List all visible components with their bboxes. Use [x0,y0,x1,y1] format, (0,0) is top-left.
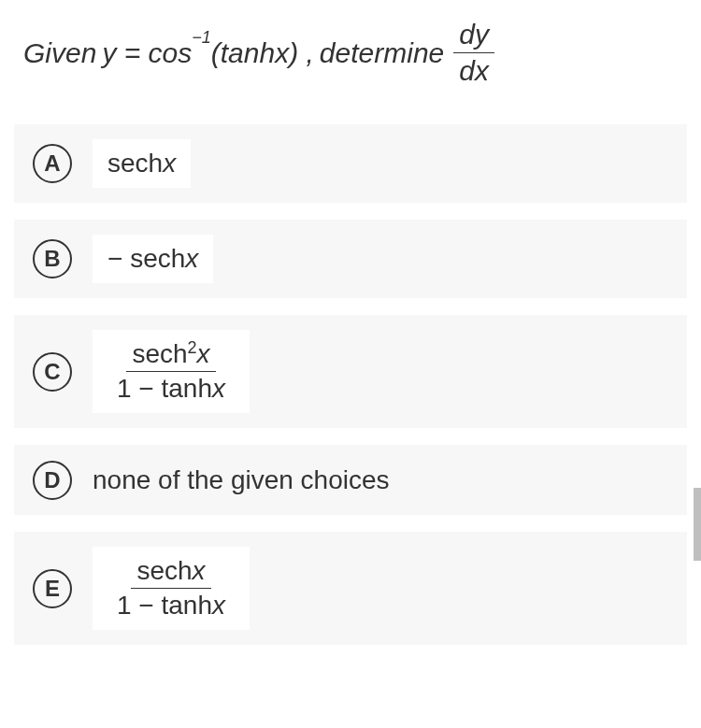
option-letter-d: D [33,461,72,500]
close-paren: ) , [289,37,314,68]
frac-num: dy [453,19,494,53]
open-paren: (tanh [211,37,275,68]
sechx-text: sechx [107,149,176,178]
equals: = [124,37,149,68]
option-c-den: 1 − tanhx [111,372,231,404]
option-letter-a: A [33,144,72,183]
option-e-answer: sechx 1 − tanhx [93,547,250,630]
superscript-neg1: −1 [192,28,211,47]
none-text: none of the given choices [93,465,390,495]
expr-y: y [102,37,116,68]
option-c-num: sech2x [126,339,215,372]
cos: cos [149,37,193,68]
option-letter-e: E [33,569,72,608]
option-d[interactable]: D none of the given choices [14,445,687,515]
options-list: A sechx B − sechx C sech2x 1 − tanhx D n… [14,124,687,645]
option-a-answer: sechx [93,139,191,188]
verb-determine: determine [320,37,444,69]
option-letter-b: B [33,239,72,278]
option-d-answer: none of the given choices [93,465,390,495]
question-stem: Given y = cos−1(tanhx) , determine dy dx [14,19,687,87]
scrollbar-thumb[interactable] [694,488,701,561]
option-letter-c: C [33,352,72,392]
var-x: x [275,37,289,68]
dy-dx-fraction: dy dx [453,19,494,87]
option-b[interactable]: B − sechx [14,220,687,298]
question-prefix: Given [23,37,96,69]
option-c[interactable]: C sech2x 1 − tanhx [14,315,687,428]
frac-den: dx [453,53,494,87]
option-c-answer: sech2x 1 − tanhx [93,330,250,413]
option-b-answer: − sechx [93,235,213,283]
option-e-den: 1 − tanhx [111,589,231,621]
neg-sechx-text: − sechx [107,244,198,274]
option-e-num: sechx [131,556,210,589]
option-e[interactable]: E sechx 1 − tanhx [14,532,687,645]
option-a[interactable]: A sechx [14,124,687,203]
